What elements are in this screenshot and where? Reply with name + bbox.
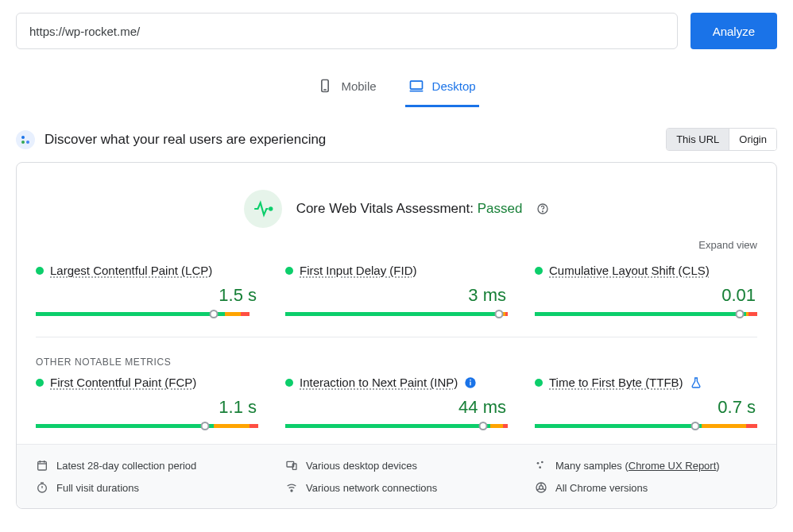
metric-fcp-value: 1.1 s (36, 397, 258, 418)
metric-lcp-value: 1.5 s (36, 285, 258, 306)
svg-line-30 (537, 488, 540, 490)
info-icon[interactable] (464, 376, 477, 389)
metric-lcp-bar (36, 312, 258, 316)
svg-point-27 (540, 486, 543, 490)
status-dot (36, 379, 44, 387)
desktop-icon (408, 78, 424, 94)
cwv-assessment: Core Web Vitals Assessment: Passed (17, 163, 776, 239)
svg-rect-13 (38, 461, 47, 470)
scope-origin[interactable]: Origin (729, 129, 776, 150)
scatter-icon (535, 459, 547, 472)
footer-samples: Many samples (Chrome UX Report) (535, 459, 757, 472)
assessment-status: Passed (478, 201, 523, 216)
metric-ttfb: Time to First Byte (TTFB) 0.7 s (535, 376, 757, 428)
tab-desktop-label: Desktop (432, 79, 476, 93)
svg-point-6 (26, 141, 29, 144)
footer-devices: Various desktop devices (285, 459, 508, 472)
footer-versions: All Chrome versions (535, 481, 757, 494)
metric-fid: First Input Delay (FID) 3 ms (285, 264, 508, 316)
footer-duration: Full visit durations (36, 481, 258, 494)
calendar-icon (36, 459, 48, 472)
tab-mobile[interactable]: Mobile (314, 68, 379, 107)
footer-network: Various network connections (285, 481, 508, 494)
status-dot (535, 267, 543, 275)
scope-segmented: This URL Origin (666, 128, 777, 151)
network-icon (285, 481, 298, 494)
chrome-ux-report-link[interactable]: Chrome UX Report (629, 460, 717, 472)
help-icon[interactable] (536, 202, 549, 215)
timer-icon (36, 481, 48, 494)
svg-rect-2 (410, 81, 422, 89)
metric-lcp-label[interactable]: Largest Contentful Paint (LCP) (50, 264, 212, 277)
pulse-icon (244, 190, 282, 228)
metric-ttfb-value: 0.7 s (535, 397, 757, 418)
metric-ttfb-bar (535, 424, 757, 428)
metric-fcp-label[interactable]: First Contentful Paint (FCP) (50, 376, 196, 389)
metric-fid-bar (285, 312, 508, 316)
metric-ttfb-label[interactable]: Time to First Byte (TTFB) (549, 376, 683, 389)
svg-point-19 (537, 462, 540, 465)
url-input[interactable] (16, 13, 678, 49)
svg-point-7 (269, 207, 272, 210)
status-dot (535, 379, 543, 387)
metric-lcp: Largest Contentful Paint (LCP) 1.5 s (36, 264, 258, 316)
other-metrics-header: OTHER NOTABLE METRICS (17, 337, 776, 371)
metric-cls-value: 0.01 (535, 285, 757, 306)
metric-inp-bar (285, 424, 508, 428)
metric-cls-bar (535, 312, 757, 316)
devices-icon (285, 459, 298, 472)
metric-cls: Cumulative Layout Shift (CLS) 0.01 (535, 264, 757, 316)
tab-desktop[interactable]: Desktop (405, 68, 479, 107)
metric-fid-value: 3 ms (285, 285, 508, 306)
footer-period: Latest 28-day collection period (36, 459, 258, 472)
svg-point-21 (539, 466, 541, 468)
device-tabs: Mobile Desktop (16, 68, 777, 107)
mobile-icon (317, 78, 333, 94)
status-dot (36, 267, 44, 275)
svg-line-29 (543, 488, 545, 490)
svg-point-20 (541, 461, 543, 464)
crux-icon (16, 130, 35, 149)
section-title: Discover what your real users are experi… (44, 132, 656, 148)
flask-icon[interactable] (690, 376, 702, 389)
scope-this-url[interactable]: This URL (667, 129, 729, 150)
status-dot (285, 267, 293, 275)
svg-rect-11 (470, 381, 471, 385)
svg-point-4 (21, 136, 25, 139)
metric-inp: Interaction to Next Paint (INP) 44 ms (285, 376, 508, 428)
svg-point-5 (21, 141, 25, 144)
analyze-button[interactable]: Analyze (690, 13, 777, 49)
chrome-icon (535, 481, 547, 494)
svg-point-9 (543, 211, 543, 212)
expand-view-link[interactable]: Expand view (17, 239, 776, 259)
svg-point-12 (470, 379, 471, 380)
metric-inp-value: 44 ms (285, 397, 508, 418)
svg-point-25 (291, 490, 292, 492)
metric-fid-label[interactable]: First Input Delay (FID) (300, 264, 417, 277)
tab-mobile-label: Mobile (341, 79, 376, 93)
card-footer: Latest 28-day collection period Various … (17, 444, 776, 508)
status-dot (285, 379, 293, 387)
metric-cls-label[interactable]: Cumulative Layout Shift (CLS) (549, 264, 710, 277)
metric-fcp: First Contentful Paint (FCP) 1.1 s (36, 376, 258, 428)
metric-inp-label[interactable]: Interaction to Next Paint (INP) (300, 376, 458, 389)
field-data-card: Core Web Vitals Assessment: Passed Expan… (16, 162, 777, 509)
assessment-prefix: Core Web Vitals Assessment: (296, 201, 478, 216)
metric-fcp-bar (36, 424, 258, 428)
